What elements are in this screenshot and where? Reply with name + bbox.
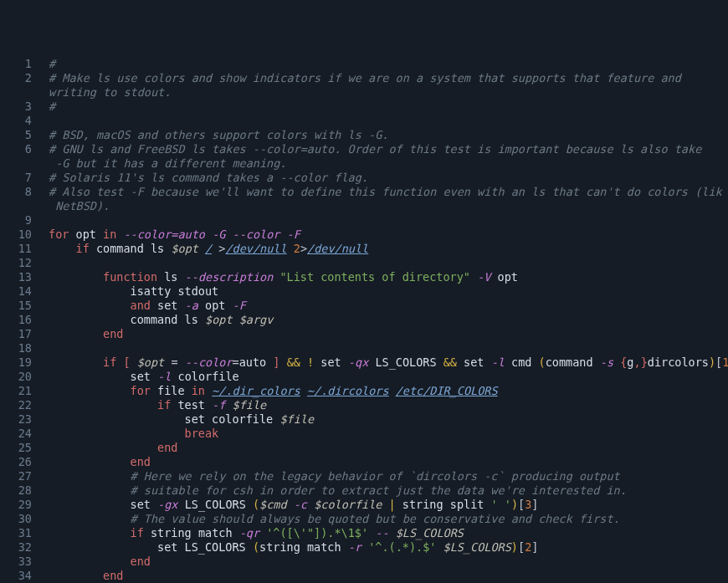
code-line: if string match -qr '^([\'"]).*\1$' -- $… (49, 526, 728, 540)
code-line: # The value should always be quoted but … (49, 512, 728, 526)
code-editor: 1234567891011121314151617181920212223242… (0, 57, 728, 583)
line-number: 13 (0, 270, 32, 284)
line-number: 33 (0, 555, 32, 569)
line-number: 8 (0, 185, 32, 199)
code-line (49, 213, 728, 228)
line-number: 19 (0, 355, 32, 370)
code-line: # suitable for csh in order to extract j… (49, 483, 728, 498)
comment: # (49, 57, 55, 70)
code-line-wrap: -G but it has a different meaning. (49, 156, 728, 171)
code-line: # Make ls use colors and show indicators… (49, 71, 728, 85)
code-line-wrap: NetBSD). (49, 199, 728, 213)
line-number: 9 (0, 213, 32, 228)
code-line: if [ $opt = --color=auto ] && ! set -qx … (49, 355, 728, 370)
line-number: 34 (0, 569, 32, 583)
line-number: 2 (0, 71, 32, 85)
code-line (49, 341, 728, 355)
line-number: 10 (0, 228, 32, 242)
line-number: 30 (0, 512, 32, 526)
line-number: 18 (0, 341, 32, 355)
line-number: 17 (0, 327, 32, 341)
line-number: 14 (0, 284, 32, 299)
line-number: 21 (0, 384, 32, 398)
code-line: for opt in --color=auto -G --color -F (49, 228, 728, 242)
line-number: 3 (0, 100, 32, 114)
code-line: # Also test -F because we'll want to def… (49, 185, 728, 199)
line-number: 26 (0, 455, 32, 469)
line-number: 22 (0, 398, 32, 412)
code-line: set -gx LS_COLORS ($cmd -c $colorfile | … (49, 498, 728, 512)
code-line: set -l colorfile (49, 370, 728, 384)
line-number: 31 (0, 526, 32, 540)
line-number: 27 (0, 469, 32, 483)
comment: # BSD, macOS and others support colors w… (49, 128, 388, 141)
code-line: # GNU ls and FreeBSD ls takes --color=au… (49, 142, 728, 156)
code-line: # Solaris 11's ls command takes a --colo… (49, 171, 728, 185)
line-number: 1 (0, 57, 32, 71)
keyword-in: in (103, 228, 116, 241)
code-line: end (49, 569, 728, 583)
code-line: for file in ~/.dir_colors ~/.dircolors /… (49, 384, 728, 398)
code-line: # (49, 57, 728, 71)
code-line: end (49, 455, 728, 469)
comment: # Solaris 11's ls command takes a --colo… (49, 171, 368, 184)
line-number: 23 (0, 412, 32, 427)
code-line: # (49, 100, 728, 114)
code-line: set LS_COLORS (string match -r '^.(.*).$… (49, 540, 728, 555)
line-number: 25 (0, 441, 32, 455)
code-line: # Here we rely on the legacy behavior of… (49, 469, 728, 483)
comment: # Here we rely on the legacy behavior of… (131, 469, 620, 483)
line-number-gutter: 1234567891011121314151617181920212223242… (0, 57, 42, 583)
comment: # Make ls use colors and show indicators… (49, 71, 681, 84)
line-number: 4 (0, 114, 32, 128)
code-line: end (49, 441, 728, 455)
line-number: 11 (0, 242, 32, 256)
code-line (49, 256, 728, 270)
comment: # suitable for csh in order to extract j… (131, 483, 627, 497)
code-line: isatty stdout (49, 284, 728, 299)
keyword-for: for (49, 228, 69, 241)
line-number: 32 (0, 540, 32, 555)
line-number: 16 (0, 313, 32, 327)
line-number: 12 (0, 256, 32, 270)
line-number: 15 (0, 299, 32, 313)
code-line: function ls --description "List contents… (49, 270, 728, 284)
line-number: 29 (0, 498, 32, 512)
code-line: end (49, 555, 728, 569)
code-line: if command ls $opt / >/dev/null 2>/dev/n… (49, 242, 728, 256)
code-line (49, 114, 728, 128)
code-line: command ls $opt $argv (49, 313, 728, 327)
line-number: 24 (0, 427, 32, 441)
code-line: set colorfile $file (49, 412, 728, 427)
line-number: 5 (0, 128, 32, 142)
code-line: if test -f $file (49, 398, 728, 412)
code-line: # BSD, macOS and others support colors w… (49, 128, 728, 142)
keyword-if: if (76, 242, 90, 255)
line-number: 20 (0, 370, 32, 384)
code-line: break (49, 427, 728, 441)
code-line: and set -a opt -F (49, 299, 728, 313)
code-line: end (49, 327, 728, 341)
line-number: 6 (0, 142, 32, 156)
keyword-function: function (103, 270, 157, 284)
comment: # The value should always be quoted but … (131, 512, 620, 525)
line-number: 7 (0, 171, 32, 185)
code-content[interactable]: ## Make ls use colors and show indicator… (42, 57, 728, 583)
comment: # (49, 100, 55, 113)
code-line-wrap: writing to stdout. (49, 85, 728, 100)
line-number: 28 (0, 483, 32, 498)
